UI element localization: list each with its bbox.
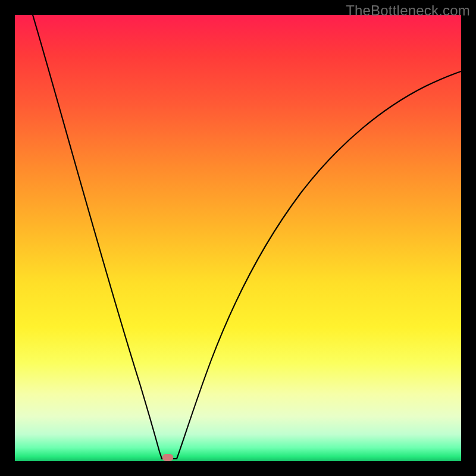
- plot-area: [15, 15, 461, 461]
- watermark-text: TheBottleneck.com: [346, 2, 470, 19]
- bottleneck-curve: [15, 15, 461, 461]
- optimal-point-marker: [162, 454, 173, 461]
- chart-frame: TheBottleneck.com: [0, 0, 476, 476]
